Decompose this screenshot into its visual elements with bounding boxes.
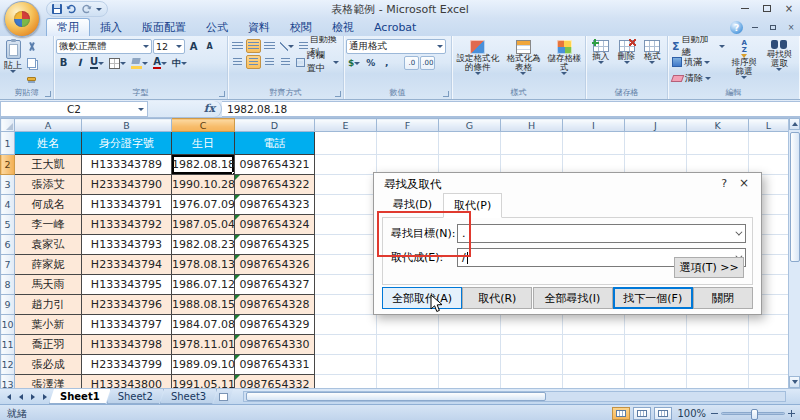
fx-icon[interactable]: fx xyxy=(204,102,215,115)
cell-D2[interactable]: 0987654321 xyxy=(235,155,315,175)
horizontal-scrollbar[interactable] xyxy=(243,391,786,402)
zoom-out-button[interactable] xyxy=(711,413,718,414)
cell-E4[interactable] xyxy=(315,195,377,215)
cell-K1[interactable] xyxy=(687,132,749,155)
cell-C4[interactable]: 1976.07.09 xyxy=(172,195,235,215)
cell-B4[interactable]: H133343791 xyxy=(82,195,172,215)
row-header-7[interactable]: 7 xyxy=(1,255,15,275)
vertical-scroll-thumb[interactable] xyxy=(790,132,800,262)
cell-B12[interactable]: H233343799 xyxy=(82,355,172,375)
borders-button[interactable] xyxy=(107,56,128,70)
cell-C6[interactable]: 1982.08.23 xyxy=(172,235,235,255)
previous-sheet-button[interactable] xyxy=(15,391,26,403)
format-as-table-button[interactable]: 格式化為表格 xyxy=(502,39,546,86)
cell-F11[interactable] xyxy=(377,335,439,355)
align-left-button[interactable] xyxy=(230,55,245,69)
font-name-select[interactable]: 微軟正黑體 xyxy=(56,39,152,54)
grow-font-button[interactable]: A xyxy=(186,40,201,54)
dialog-button-4[interactable]: 關閉 xyxy=(693,287,753,309)
font-color-button[interactable]: A xyxy=(151,56,169,70)
dialog-button-2[interactable]: 全部尋找(I) xyxy=(533,287,613,309)
cell-B8[interactable]: H133343795 xyxy=(82,275,172,295)
cell-E5[interactable] xyxy=(315,215,377,235)
cell-B9[interactable]: H233343796 xyxy=(82,295,172,315)
cell-E7[interactable] xyxy=(315,255,377,275)
name-box-arrow[interactable] xyxy=(138,108,144,111)
cell-D3[interactable]: 0987654322 xyxy=(235,175,315,195)
first-sheet-button[interactable] xyxy=(3,391,14,403)
cell-E2[interactable] xyxy=(315,155,377,175)
cell-C9[interactable]: 1988.08.15 xyxy=(172,295,235,315)
comma-style-button[interactable]: , xyxy=(379,56,394,70)
cell-B6[interactable]: H133343793 xyxy=(82,235,172,255)
scroll-up-button[interactable] xyxy=(789,118,800,130)
minimize-button[interactable] xyxy=(738,2,752,14)
cell-A5[interactable]: 李一峰 xyxy=(15,215,82,235)
cell-L11[interactable] xyxy=(749,335,789,355)
cell-H13[interactable] xyxy=(501,375,563,389)
column-header-I[interactable]: I xyxy=(563,119,625,132)
zoom-slider-thumb[interactable] xyxy=(751,409,758,420)
sort-filter-button[interactable]: AZ 排序與篩選 xyxy=(727,39,762,86)
cell-A4[interactable]: 何成名 xyxy=(15,195,82,215)
format-cells-button[interactable]: 格式 xyxy=(639,39,665,86)
cell-A9[interactable]: 趙力引 xyxy=(15,295,82,315)
insert-cells-button[interactable]: 插入 xyxy=(588,39,614,86)
cell-E8[interactable] xyxy=(315,275,377,295)
cell-E1[interactable] xyxy=(315,132,377,155)
find-what-dropdown-icon[interactable] xyxy=(735,229,742,236)
row-header-11[interactable]: 11 xyxy=(1,335,15,355)
number-format-select[interactable]: 通用格式 xyxy=(346,39,446,54)
column-header-F[interactable]: F xyxy=(377,119,439,132)
cell-I1[interactable] xyxy=(563,132,625,155)
cell-D12[interactable]: 0987654331 xyxy=(235,355,315,375)
dialog-help-button[interactable]: ? xyxy=(721,177,727,190)
cell-B5[interactable]: H133343792 xyxy=(82,215,172,235)
cell-C2[interactable]: 1982.08.18 xyxy=(172,155,235,175)
cell-F10[interactable] xyxy=(377,315,439,335)
scroll-down-button[interactable] xyxy=(789,376,800,388)
conditional-formatting-button[interactable]: 設定格式化的條件 xyxy=(454,39,502,86)
cell-D10[interactable]: 0987654329 xyxy=(235,315,315,335)
column-header-L[interactable]: L xyxy=(749,119,789,132)
workbook-minimize-button[interactable] xyxy=(749,23,761,33)
decrease-indent-button[interactable] xyxy=(278,55,293,69)
cell-E3[interactable] xyxy=(315,175,377,195)
format-painter-button[interactable] xyxy=(24,72,39,86)
cell-E6[interactable] xyxy=(315,235,377,255)
alignment-dialog-launcher[interactable] xyxy=(335,91,341,97)
ribbon-tab-Acrobat[interactable]: Acrobat xyxy=(364,18,426,36)
cell-B7[interactable]: H233343794 xyxy=(82,255,172,275)
phonetic-guide-button[interactable]: 中 xyxy=(170,56,189,70)
horizontal-scroll-thumb[interactable] xyxy=(246,392,546,401)
row-header-5[interactable]: 5 xyxy=(1,215,15,235)
cell-B1[interactable]: 身分證字號 xyxy=(82,132,172,155)
cell-K11[interactable] xyxy=(687,335,749,355)
cell-I11[interactable] xyxy=(563,335,625,355)
column-header-E[interactable]: E xyxy=(315,119,377,132)
sheet-tab-Sheet2[interactable]: Sheet2 xyxy=(107,389,164,404)
dialog-button-1[interactable]: 取代(R) xyxy=(462,287,532,309)
number-dialog-launcher[interactable] xyxy=(443,91,449,97)
name-box[interactable]: C2 xyxy=(0,101,148,117)
cell-C12[interactable]: 1989.09.10 xyxy=(172,355,235,375)
cell-B3[interactable]: H233343790 xyxy=(82,175,172,195)
align-right-button[interactable] xyxy=(262,55,277,69)
cell-G11[interactable] xyxy=(439,335,501,355)
cell-B13[interactable]: H133343800 xyxy=(82,375,172,389)
cell-D13[interactable]: 0987654332 xyxy=(235,375,315,389)
cell-J12[interactable] xyxy=(625,355,687,375)
cell-K10[interactable] xyxy=(687,315,749,335)
cell-C3[interactable]: 1990.10.28 xyxy=(172,175,235,195)
ribbon-tab-檢視[interactable]: 檢視 xyxy=(322,18,364,36)
cell-I13[interactable] xyxy=(563,375,625,389)
vertical-scrollbar[interactable] xyxy=(788,118,800,388)
cell-A10[interactable]: 葉小新 xyxy=(15,315,82,335)
sheet-tab-Sheet1[interactable]: Sheet1 xyxy=(49,389,111,404)
cell-L10[interactable] xyxy=(749,315,789,335)
row-header-6[interactable]: 6 xyxy=(1,235,15,255)
clear-button[interactable]: 清除 xyxy=(670,71,727,85)
cell-J13[interactable] xyxy=(625,375,687,389)
cell-D8[interactable]: 0987654327 xyxy=(235,275,315,295)
cell-E9[interactable] xyxy=(315,295,377,315)
